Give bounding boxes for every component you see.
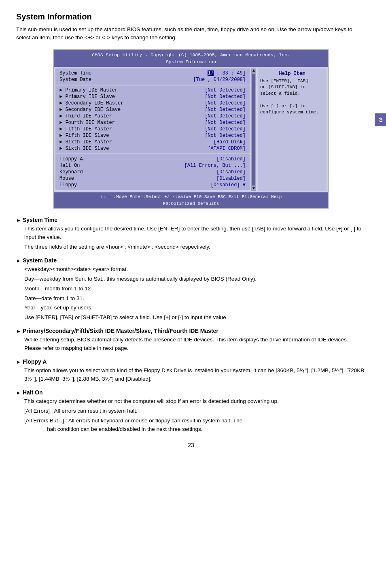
sixth-ide-master-label: Sixth IDE Master bbox=[59, 139, 153, 145]
fourth-ide-master-label: Fourth IDE Master bbox=[59, 120, 153, 126]
bios-row-secondary-ide-master: Secondary IDE Master [Not Detected] bbox=[58, 100, 247, 107]
section-system-date-header: System Date bbox=[16, 257, 366, 264]
bios-row-fifth-ide-slave: Fifth IDE Slave [Not Detected] bbox=[58, 132, 247, 139]
system-date-label: System Date bbox=[59, 77, 153, 83]
page-number: 23 bbox=[16, 442, 366, 448]
sixth-ide-slave-value: [ATAPI CDROM] bbox=[153, 146, 246, 151]
intro-text: This sub-menu is used to set up the stan… bbox=[16, 26, 366, 42]
primary-ide-master-value: [Not Detected] bbox=[153, 87, 246, 93]
section-floppy-a-header: Floppy A bbox=[16, 358, 366, 365]
floppy-value: [Disabled] ▼ bbox=[153, 182, 246, 188]
bios-row-halt-on: Halt On [All Errors, But ...] bbox=[58, 162, 247, 169]
primary-ide-master-label: Primary IDE Master bbox=[59, 87, 153, 93]
side-tab: ω bbox=[375, 113, 386, 126]
section-system-time-header: System Time bbox=[16, 217, 366, 223]
mouse-label: Mouse bbox=[59, 176, 153, 181]
section-halt-on: Halt On This category determines whether… bbox=[16, 389, 366, 434]
floppy-a-value: [Disabled] bbox=[153, 156, 246, 162]
bios-row-floppy: Floppy [Disabled] ▼ bbox=[58, 182, 247, 188]
section-ide-body: While entering setup, BIOS automatically… bbox=[16, 336, 366, 353]
bios-row-sixth-ide-master: Sixth IDE Master [Hard Disk] bbox=[58, 139, 247, 145]
system-date-value: [Tue , 04/29/2008] bbox=[153, 77, 246, 83]
help-text: Use [ENTER], [TAB] or [SHIFT-TAB] to sel… bbox=[260, 78, 324, 115]
secondary-ide-master-value: [Not Detected] bbox=[153, 100, 246, 106]
fifth-ide-master-label: Fifth IDE Master bbox=[59, 126, 153, 132]
primary-ide-slave-label: Primary IDE Slave bbox=[59, 94, 153, 100]
bios-body: System Time 17 : 33 : 49] System Date [T… bbox=[54, 67, 328, 192]
sixth-ide-master-value: [Hard Disk] bbox=[153, 139, 246, 145]
bios-title: CMOS Setup Utility - Copyright (C) 1985-… bbox=[54, 50, 328, 67]
third-ide-master-value: [Not Detected] bbox=[153, 113, 246, 119]
bios-left-panel: System Time 17 : 33 : 49] System Date [T… bbox=[55, 68, 250, 191]
bios-ide-section: Primary IDE Master [Not Detected] Primar… bbox=[55, 85, 250, 153]
system-time-label: System Time bbox=[59, 70, 153, 76]
halt-on-value: [All Errors, But ...] bbox=[153, 163, 246, 168]
help-title: Help Item bbox=[260, 71, 324, 77]
bios-help-panel: Help Item Use [ENTER], [TAB] or [SHIFT-T… bbox=[258, 68, 327, 191]
third-ide-master-label: Third IDE Master bbox=[59, 113, 153, 119]
bios-scrollbar: ▲ ▼ bbox=[251, 68, 256, 191]
fifth-ide-slave-value: [Not Detected] bbox=[153, 133, 246, 138]
fifth-ide-master-value: [Not Detected] bbox=[153, 126, 246, 132]
secondary-ide-slave-value: [Not Detected] bbox=[153, 107, 246, 113]
bios-row-sixth-ide-slave: Sixth IDE Slave [ATAPI CDROM] bbox=[58, 145, 247, 152]
section-ide: Primary/Secondary/Fifth/Sixth IDE Master… bbox=[16, 328, 366, 353]
section-halt-on-body: This category determines whether or not … bbox=[16, 397, 366, 434]
bios-row-fifth-ide-master: Fifth IDE Master [Not Detected] bbox=[58, 126, 247, 132]
section-floppy-a: Floppy A This option allows you to selec… bbox=[16, 358, 366, 383]
scroll-down-arrow: ▼ bbox=[252, 186, 255, 191]
fifth-ide-slave-label: Fifth IDE Slave bbox=[59, 133, 153, 138]
page-title: System Information bbox=[16, 12, 366, 21]
bios-row-mouse: Mouse [Disabled] bbox=[58, 175, 247, 182]
bios-row-third-ide-master: Third IDE Master [Not Detected] bbox=[58, 113, 247, 119]
keyboard-label: Keyboard bbox=[59, 169, 153, 175]
floppy-a-label: Floppy A bbox=[59, 156, 153, 162]
section-system-date-body: <weekday><month><date> <year> format. Da… bbox=[16, 265, 366, 322]
halt-on-label: Halt On bbox=[59, 163, 153, 168]
secondary-ide-master-label: Secondary IDE Master bbox=[59, 100, 153, 106]
bios-row-system-date: System Date [Tue , 04/29/2008] bbox=[58, 77, 247, 83]
system-time-value: 17 : 33 : 49] bbox=[153, 70, 246, 76]
secondary-ide-slave-label: Secondary IDE Slave bbox=[59, 107, 153, 113]
mouse-value: [Disabled] bbox=[153, 176, 246, 181]
sixth-ide-slave-label: Sixth IDE Slave bbox=[59, 146, 153, 151]
bios-row-system-time: System Time 17 : 33 : 49] bbox=[58, 70, 247, 77]
floppy-label: Floppy bbox=[59, 182, 153, 188]
bios-row-secondary-ide-slave: Secondary IDE Slave [Not Detected] bbox=[58, 107, 247, 113]
bios-row-primary-ide-master: Primary IDE Master [Not Detected] bbox=[58, 87, 247, 94]
scroll-up-arrow: ▲ bbox=[252, 68, 255, 73]
section-system-time: System Time This item allows you to conf… bbox=[16, 217, 366, 251]
section-system-date: System Date <weekday><month><date> <year… bbox=[16, 257, 366, 322]
keyboard-value: [Disabled] bbox=[153, 169, 246, 175]
bios-time-section: System Time 17 : 33 : 49] System Date [T… bbox=[55, 68, 250, 85]
section-floppy-a-body: This option allows you to select which k… bbox=[16, 366, 366, 383]
bios-row-floppy-a: Floppy A [Disabled] bbox=[58, 156, 247, 162]
bios-row-keyboard: Keyboard [Disabled] bbox=[58, 169, 247, 175]
fourth-ide-master-value: [Not Detected] bbox=[153, 120, 246, 126]
bios-row-fourth-ide-master: Fourth IDE Master [Not Detected] bbox=[58, 119, 247, 126]
section-halt-on-header: Halt On bbox=[16, 389, 366, 396]
bios-footer: ↑↓←—→:Move Enter:Select +/-/:Value F10:S… bbox=[54, 192, 328, 208]
bios-options-section: Floppy A [Disabled] Halt On [All Errors,… bbox=[55, 154, 250, 190]
section-ide-header: Primary/Secondary/Fifth/Sixth IDE Master… bbox=[16, 328, 366, 334]
primary-ide-slave-value: [Not Detected] bbox=[153, 94, 246, 100]
bios-box: CMOS Setup Utility - Copyright (C) 1985-… bbox=[53, 49, 329, 209]
section-system-time-body: This item allows you to configure the de… bbox=[16, 225, 366, 251]
bios-row-primary-ide-slave: Primary IDE Slave [Not Detected] bbox=[58, 94, 247, 100]
